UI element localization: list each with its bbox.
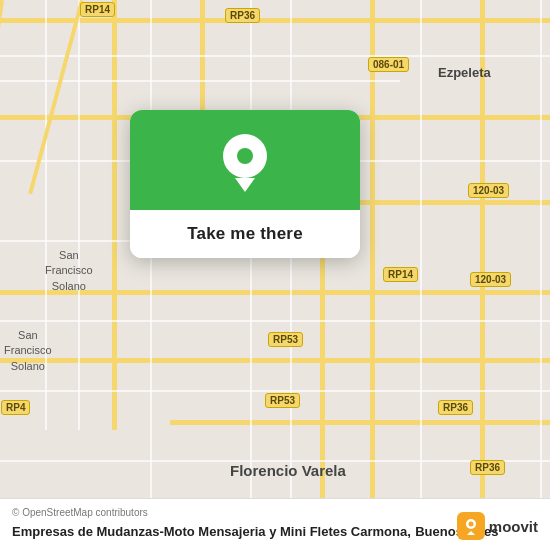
road-white-v1 <box>45 0 47 430</box>
badge-rp36-top: RP36 <box>225 8 260 23</box>
moovit-icon <box>457 512 485 540</box>
location-pin <box>223 134 267 186</box>
road-white-v5 <box>290 0 292 550</box>
road-white-v4 <box>250 0 252 550</box>
road-rp14-left <box>112 0 117 430</box>
road-white-v2 <box>78 0 80 430</box>
take-me-there-button[interactable]: Take me there <box>130 210 360 258</box>
moovit-text: moovit <box>489 518 538 535</box>
road-horizontal-3 <box>0 290 550 295</box>
pin-circle <box>223 134 267 178</box>
moovit-logo: moovit <box>457 512 538 540</box>
road-white-7 <box>0 460 550 462</box>
attribution-text: © OpenStreetMap contributors <box>12 507 148 518</box>
road-white-v3 <box>150 0 152 550</box>
road-white-v7 <box>540 0 542 550</box>
badge-rp14-top: RP14 <box>80 2 115 17</box>
badge-120-03-bottom: 120-03 <box>470 272 511 287</box>
map: Ezpeleta SanFranciscoSolano SanFrancisco… <box>0 0 550 550</box>
pin-card: Take me there <box>130 110 360 258</box>
road-white-1 <box>0 55 550 57</box>
road-rp36-bottom <box>170 420 550 425</box>
badge-rp36-br: RP36 <box>470 460 505 475</box>
pin-dot <box>237 148 253 164</box>
badge-rp36-right: RP36 <box>438 400 473 415</box>
map-background <box>0 0 550 550</box>
badge-rp53-bottom: RP53 <box>265 393 300 408</box>
pin-card-header <box>130 110 360 210</box>
road-white-5 <box>0 320 550 322</box>
badge-120-03-top: 120-03 <box>468 183 509 198</box>
business-name: Empresas de Mudanzas-Moto Mensajeria y M… <box>12 524 411 539</box>
badge-086-01: 086-01 <box>368 57 409 72</box>
road-white-v6 <box>420 0 422 550</box>
road-rp36-top <box>0 18 550 23</box>
badge-rp4: RP4 <box>1 400 30 415</box>
bottom-bar: © OpenStreetMap contributors Empresas de… <box>0 498 550 550</box>
badge-rp14-right: RP14 <box>383 267 418 282</box>
pin-tip <box>235 178 255 192</box>
badge-rp53-top: RP53 <box>268 332 303 347</box>
svg-point-2 <box>468 522 473 527</box>
road-white-6 <box>0 390 550 392</box>
road-vertical-1 <box>370 0 375 550</box>
road-rp53 <box>0 358 550 363</box>
